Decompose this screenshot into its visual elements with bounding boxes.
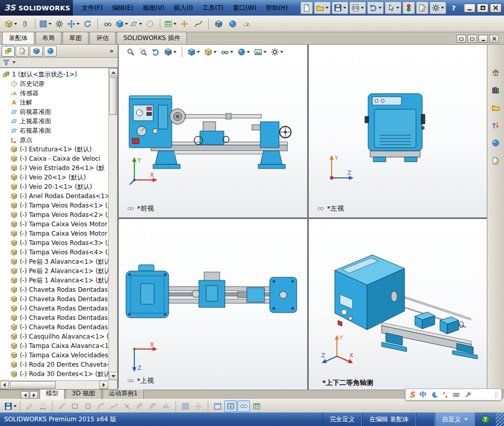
bill-of-materials-button[interactable] — [163, 18, 177, 30]
scroll-right-button[interactable] — [99, 381, 108, 389]
doc-tile-button[interactable] — [457, 35, 466, 43]
view-settings-button[interactable] — [269, 47, 285, 57]
help-button[interactable]: ? — [447, 4, 460, 12]
tab-scroll-right-button[interactable] — [30, 391, 38, 399]
snap-button[interactable] — [192, 401, 205, 412]
assembly-visualization-button[interactable] — [226, 18, 240, 30]
linked-views-button[interactable] — [237, 401, 250, 412]
new-motion-study-button[interactable] — [143, 18, 157, 30]
smart-dimension-button[interactable] — [36, 401, 49, 412]
save-button[interactable] — [4, 401, 17, 412]
save-document-button[interactable] — [332, 2, 348, 14]
scroll-down-button[interactable] — [109, 372, 118, 380]
viewport-isometric[interactable]: Y X Z *上下二等角轴测 — [309, 219, 487, 390]
spline-button[interactable] — [108, 401, 120, 412]
offset-entities-button[interactable] — [147, 401, 159, 412]
tree-item-assembly-root[interactable]: 1 (默认<显示状态-1>) — [0, 70, 108, 79]
mirror-entities-button[interactable] — [160, 401, 172, 412]
tree-item-sensors[interactable]: 传感器 — [0, 88, 108, 98]
tree-item-component[interactable]: (-) Pe箱 3 Alavanca<1> (默认 — [0, 257, 108, 266]
tree-item-component[interactable]: (-) Tampa Veios Rodas<3> (默 — [0, 238, 108, 248]
display-style-button[interactable] — [203, 47, 218, 57]
tree-item-component[interactable]: (-) Chaveta Rodas Dentadas< — [0, 304, 108, 313]
options-button[interactable] — [430, 2, 446, 14]
ime-drag-grip[interactable] — [495, 391, 498, 398]
doc-close-button[interactable] — [489, 35, 499, 43]
resize-grip[interactable] — [496, 412, 504, 426]
select-button[interactable] — [385, 2, 401, 14]
tree-item-origin[interactable]: 原点 — [0, 135, 108, 145]
menu-file[interactable]: 文件(F) — [77, 2, 107, 15]
tab-sketch[interactable]: 草图 — [62, 32, 89, 44]
ime-soft-keyboard-icon[interactable] — [452, 391, 460, 398]
view-palette-button[interactable] — [489, 119, 502, 132]
menu-edit[interactable]: 编辑(E) — [107, 2, 138, 15]
solidworks-resources-button[interactable] — [489, 66, 502, 79]
menu-insert[interactable]: 插入(I) — [169, 2, 198, 15]
zoom-to-fit-button[interactable] — [125, 47, 136, 57]
tree-item-component[interactable]: (-) Veio 20-1<1> (默认) — [0, 182, 108, 191]
filter-funnel-icon[interactable] — [3, 59, 10, 66]
menu-window[interactable]: 窗口(W) — [228, 2, 261, 15]
ime-toolbox-icon[interactable] — [464, 391, 472, 398]
sogou-logo-icon[interactable]: S — [409, 390, 415, 399]
file-explorer-button[interactable] — [489, 101, 502, 114]
tree-item-component[interactable]: (-) Tampa Caixa Alavanca<1> — [0, 341, 108, 351]
tree-item-component[interactable]: (-) Anel Rodas Dentadas<1> — [0, 191, 108, 201]
tree-item-component[interactable]: (-) Tampa Veios Rodas<2> (默 — [0, 210, 108, 220]
doc-minimize-button[interactable] — [478, 35, 488, 43]
configurationmanager-tab[interactable] — [30, 46, 43, 57]
tree-item-component[interactable]: (-) Tampa Veios Rodas<4> (默 — [0, 248, 108, 257]
line-button[interactable] — [56, 401, 68, 412]
tab-layout[interactable]: 布局 — [35, 32, 61, 44]
mate-button[interactable] — [18, 18, 32, 30]
scroll-up-button[interactable] — [109, 68, 118, 76]
lathe-left-view-drawing[interactable] — [359, 89, 434, 167]
move-component-button[interactable] — [67, 18, 80, 30]
explode-line-sketch-button[interactable] — [192, 18, 205, 30]
undo-button[interactable] — [367, 2, 384, 14]
smart-fasteners-button[interactable] — [53, 18, 66, 30]
appearances-scenes-button[interactable] — [489, 136, 502, 150]
design-library-button[interactable] — [489, 83, 502, 97]
status-help-icon[interactable]: ? — [481, 415, 489, 423]
ime-fullhalf-moon-icon[interactable] — [431, 391, 438, 398]
tree-item-component[interactable]: (-) Chaveta Rodas Dentadas< — [0, 285, 108, 294]
tree-item-component[interactable]: (-) Chaveta Rodas Dentadas< — [0, 313, 108, 322]
tab-evaluate[interactable]: 评估 — [90, 32, 116, 44]
zoom-to-area-button[interactable] — [137, 47, 149, 57]
viewport-front[interactable]: Y X *前视 — [119, 45, 307, 217]
rectangle-button[interactable] — [69, 401, 81, 412]
tree-item-component[interactable]: (-) Tampa Caixa Veios Motor — [0, 220, 108, 229]
panel-expand-chevron[interactable]: » — [107, 47, 116, 55]
tree-item-component[interactable]: (-) Chaveta Rodas Dentadas< — [0, 322, 108, 332]
tree-item-component[interactable]: (-) Chaveta Rodas Dentadas< — [0, 294, 108, 304]
tree-item-component[interactable]: (-) Caixa - Caixa de Veloci — [0, 154, 108, 163]
minimize-button[interactable] — [464, 4, 475, 12]
close-button[interactable] — [490, 4, 501, 12]
maximize-button[interactable] — [477, 4, 488, 12]
single-view-button[interactable] — [211, 401, 224, 412]
tree-item-component[interactable]: (-) Tampa Veios Rodas<1> (默 — [0, 201, 108, 210]
tab-3d-views[interactable]: 3D 视图 — [66, 388, 102, 399]
ime-language-mode[interactable]: 中 — [420, 390, 426, 399]
file-properties-button[interactable] — [416, 2, 429, 14]
chevron-down-icon[interactable] — [12, 61, 16, 63]
tree-item-history[interactable]: 历史记录 — [0, 79, 108, 88]
menu-help[interactable]: 帮助(H) — [261, 2, 293, 15]
rotate-component-button[interactable] — [81, 18, 94, 30]
tree-horizontal-scrollbar[interactable] — [0, 380, 108, 389]
tab-motion-study[interactable]: 运动算例1 — [103, 388, 144, 399]
tree-item-component[interactable]: (-) Pe箱 1 Alavanca<1> (默认 — [0, 276, 108, 285]
exploded-view-button[interactable] — [178, 18, 191, 30]
insert-components-button[interactable] — [4, 18, 18, 30]
featuremanager-tab[interactable] — [2, 46, 15, 57]
menu-view[interactable]: 视图(V) — [138, 2, 169, 15]
trim-entities-button[interactable] — [121, 401, 133, 412]
rebuild-button[interactable] — [402, 2, 415, 14]
show-hidden-components-button[interactable] — [101, 18, 115, 30]
reference-geometry-button[interactable] — [129, 18, 143, 30]
hide-show-items-button[interactable] — [219, 47, 235, 57]
tree-item-component[interactable]: (-) Veio Estriado 26<1> (默 — [0, 163, 108, 173]
interference-detection-button[interactable] — [212, 18, 225, 30]
